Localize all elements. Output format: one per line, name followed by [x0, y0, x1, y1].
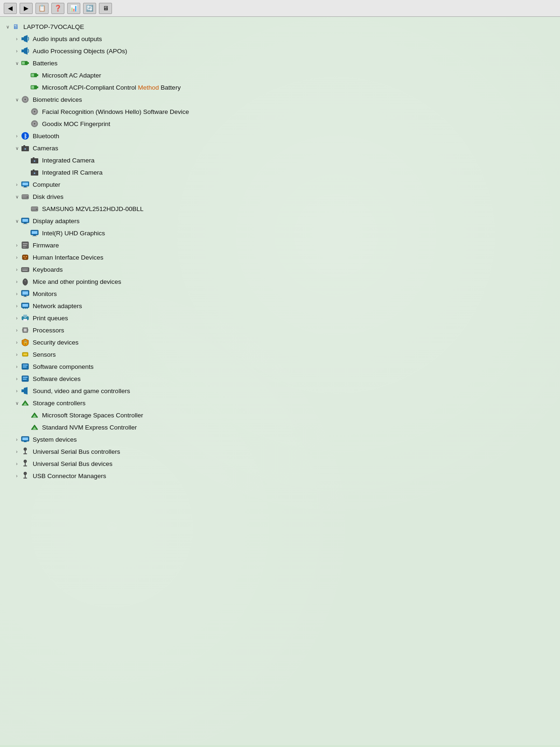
row-firmware[interactable]: ›Firmware [2, 239, 558, 251]
row-ms-ac-adapter[interactable]: Microsoft AC Adapter [2, 69, 558, 81]
row-disk-drives[interactable]: ∨Disk drives [2, 190, 558, 203]
expand-processors[interactable]: › [13, 326, 21, 334]
item-print-queues: ›Print queues [2, 312, 558, 324]
expand-disk-drives[interactable]: ∨ [13, 193, 21, 200]
svg-rect-88 [28, 329, 28, 330]
row-sound[interactable]: ›Sound, video and game controllers [2, 385, 558, 397]
expand-firmware[interactable]: › [13, 241, 21, 249]
label-biometric: Biometric devices [33, 96, 82, 103]
row-batteries[interactable]: ∨Batteries [2, 57, 558, 69]
row-monitors[interactable]: ›Monitors [2, 288, 558, 300]
row-system-devices[interactable]: ›System devices [2, 433, 558, 445]
row-bluetooth[interactable]: ›ᛒBluetooth [2, 130, 558, 142]
expand-sensors[interactable]: › [13, 351, 21, 358]
svg-rect-45 [36, 209, 37, 210]
root-expand[interactable]: ∨ [4, 23, 11, 30]
icon-hid [21, 253, 30, 262]
row-standard-nvm[interactable]: Standard NVM Express Controller [2, 421, 558, 433]
expand-batteries[interactable]: ∨ [13, 59, 21, 67]
item-ms-battery: Microsoft ACPI-Compliant Control Method … [2, 81, 558, 93]
icon-software-devices [21, 374, 30, 383]
row-processors[interactable]: ›Processors [2, 324, 558, 336]
toolbar-btn-3[interactable]: 📊 [67, 3, 80, 14]
label-usb-devices: Universal Serial Bus devices [33, 460, 112, 467]
toolbar-btn-1[interactable]: 📋 [35, 3, 49, 14]
expand-monitors[interactable]: › [13, 290, 21, 297]
expand-display-adapters[interactable]: ∨ [13, 217, 21, 225]
toolbar-btn-5[interactable]: 🖥 [99, 3, 112, 14]
row-computer[interactable]: ›Computer [2, 178, 558, 190]
expand-network-adapters[interactable]: › [13, 302, 21, 310]
row-intel-uhd[interactable]: Intel(R) UHD Graphics [2, 227, 558, 239]
svg-marker-1 [24, 35, 28, 42]
expand-usb-devices[interactable]: › [13, 460, 21, 467]
svg-rect-67 [22, 270, 28, 271]
row-usb-connector[interactable]: ›USB Connector Managers [2, 470, 558, 482]
expand-keyboards[interactable]: › [13, 266, 21, 273]
row-security-devices[interactable]: ›🔒Security devices [2, 336, 558, 348]
row-samsung-ssd[interactable]: SAMSUNG MZVL2512HDJD-00BLL [2, 203, 558, 215]
row-storage-controllers[interactable]: ∨Storage controllers [2, 397, 558, 409]
row-cameras[interactable]: ∨Cameras [2, 142, 558, 154]
icon-goodix [30, 119, 39, 128]
row-goodix[interactable]: Goodix MOC Fingerprint [2, 118, 558, 130]
expand-cameras[interactable]: ∨ [13, 144, 21, 152]
row-facial-recognition[interactable]: Facial Recognition (Windows Hello) Softw… [2, 106, 558, 118]
icon-ms-storage-spaces [30, 410, 39, 420]
expand-audio-apo[interactable]: › [13, 47, 21, 55]
icon-audio-inputs [21, 34, 30, 43]
svg-rect-39 [23, 187, 28, 188]
row-software-components[interactable]: ›Software components [2, 360, 558, 373]
expand-bluetooth[interactable]: › [13, 132, 21, 140]
icon-security-devices: 🔒 [21, 338, 30, 347]
row-sensors[interactable]: ›Sensors [2, 348, 558, 360]
back-button[interactable]: ◀ [4, 3, 17, 14]
svg-rect-11 [37, 86, 38, 88]
expand-software-components[interactable]: › [13, 363, 21, 370]
svg-rect-92 [23, 353, 27, 355]
expand-system-devices[interactable]: › [13, 436, 21, 443]
row-integrated-camera[interactable]: Integrated Camera [2, 154, 558, 166]
svg-point-70 [24, 280, 26, 281]
row-usb-devices[interactable]: ›Universal Serial Bus devices [2, 458, 558, 470]
icon-intel-uhd [30, 228, 39, 238]
item-goodix: Goodix MOC Fingerprint [2, 118, 558, 130]
icon-sound [21, 386, 30, 395]
expand-computer[interactable]: › [13, 181, 21, 188]
row-hid[interactable]: ›Human Interface Devices [2, 251, 558, 263]
expand-sound[interactable]: › [13, 387, 21, 395]
row-ms-battery[interactable]: Microsoft ACPI-Compliant Control Method … [2, 81, 558, 93]
toolbar-btn-4[interactable]: 🔄 [83, 3, 96, 14]
svg-point-30 [34, 160, 35, 162]
toolbar-btn-2[interactable]: ❓ [51, 3, 64, 14]
row-mice[interactable]: ›Mice and other pointing devices [2, 275, 558, 288]
item-security-devices: ›🔒Security devices [2, 336, 558, 348]
expand-usb-controllers[interactable]: › [13, 448, 21, 455]
row-display-adapters[interactable]: ∨Display adapters [2, 215, 558, 227]
row-network-adapters[interactable]: ›Network adapters [2, 300, 558, 312]
expand-hid[interactable]: › [13, 254, 21, 261]
row-usb-controllers[interactable]: ›Universal Serial Bus controllers [2, 445, 558, 458]
svg-rect-9 [31, 74, 34, 77]
row-ms-storage-spaces[interactable]: Microsoft Storage Spaces Controller [2, 409, 558, 421]
root-row[interactable]: ∨ 🖥 LAPTOP-7VOCALQE [2, 21, 558, 33]
forward-button[interactable]: ▶ [20, 3, 33, 14]
expand-mice[interactable]: › [13, 278, 21, 285]
root-icon: 🖥 [11, 22, 21, 31]
svg-marker-3 [24, 47, 28, 55]
expand-biometric[interactable]: ∨ [13, 96, 21, 103]
row-audio-apo[interactable]: ›Audio Processing Objects (APOs) [2, 45, 558, 57]
row-audio-inputs[interactable]: ›Audio inputs and outputs [2, 33, 558, 45]
expand-audio-inputs[interactable]: › [13, 35, 21, 42]
row-integrated-ir-camera[interactable]: Integrated IR Camera [2, 166, 558, 178]
expand-software-devices[interactable]: › [13, 375, 21, 382]
expand-storage-controllers[interactable]: ∨ [13, 399, 21, 407]
expand-security-devices[interactable]: › [13, 338, 21, 346]
row-keyboards[interactable]: ›Keyboards [2, 263, 558, 275]
expand-usb-connector[interactable]: › [13, 472, 21, 479]
item-software-devices: ›Software devices [2, 373, 558, 385]
row-print-queues[interactable]: ›Print queues [2, 312, 558, 324]
row-biometric[interactable]: ∨Biometric devices [2, 93, 558, 106]
row-software-devices[interactable]: ›Software devices [2, 373, 558, 385]
expand-print-queues[interactable]: › [13, 314, 21, 322]
